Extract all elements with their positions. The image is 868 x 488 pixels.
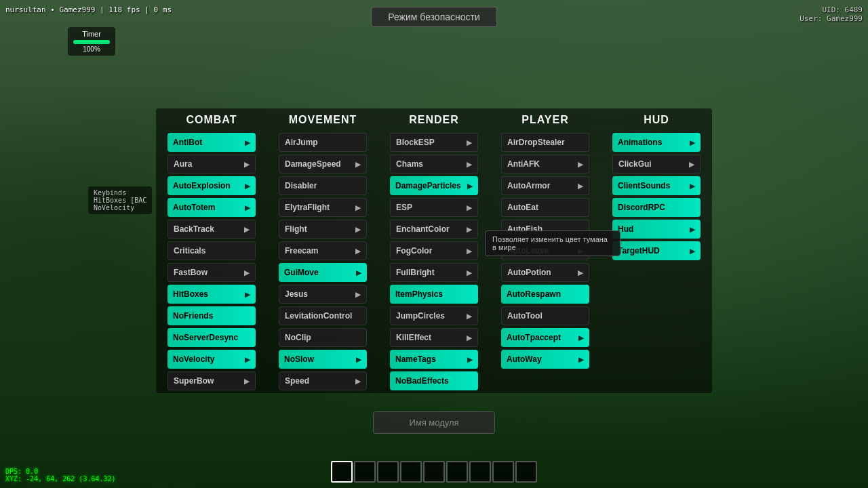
timer-bar-background bbox=[73, 40, 110, 44]
main-menu: COMBAT AntiBot▶ Aura▶ AutoExplosion▶ Aut… bbox=[156, 108, 712, 399]
module-killeffect[interactable]: KillEffect▶ bbox=[390, 328, 478, 347]
module-levitationcontrol[interactable]: LevitationControl▶ bbox=[279, 306, 367, 325]
module-autotpaccept[interactable]: AutoTpaccept▶ bbox=[501, 328, 589, 347]
combat-title: COMBAT bbox=[186, 114, 237, 126]
fogcolor-tooltip: Позволяет изменить цвет тумана в мире bbox=[485, 230, 620, 256]
movement-title: MOVEMENT bbox=[289, 114, 357, 126]
module-antibot[interactable]: AntiBot▶ bbox=[167, 133, 256, 152]
server-info: nursultan • Gamez999 | 118 fps | 0 ms bbox=[5, 5, 172, 14]
module-autoexplosion[interactable]: AutoExplosion▶ bbox=[167, 176, 256, 195]
module-airjump[interactable]: AirJump▶ bbox=[279, 133, 367, 152]
module-autotool[interactable]: AutoTool▶ bbox=[501, 306, 589, 325]
topbar: nursultan • Gamez999 | 118 fps | 0 ms bbox=[5, 5, 172, 14]
timer-label: Timer bbox=[73, 30, 110, 38]
movement-column: MOVEMENT AirJump▶ DamageSpeed▶ Disabler▶… bbox=[267, 108, 378, 399]
module-criticals[interactable]: Criticals▶ bbox=[167, 241, 256, 260]
hotbar-slot-5[interactable] bbox=[423, 461, 445, 483]
module-hitboxes[interactable]: HitBoxes▶ bbox=[167, 285, 256, 304]
module-airdropstealer[interactable]: AirDropStealer▶ bbox=[501, 133, 589, 152]
module-esp[interactable]: ESP▶ bbox=[390, 198, 478, 217]
hotbar-slot-6[interactable] bbox=[446, 461, 468, 483]
keybind-item-2: NoVelocity bbox=[94, 204, 146, 211]
module-disabler[interactable]: Disabler▶ bbox=[279, 176, 367, 195]
xyz-label: XYZ: -24, 64, 262 (3.64.32) bbox=[5, 475, 116, 483]
module-aura[interactable]: Aura▶ bbox=[167, 155, 256, 174]
module-noslow[interactable]: NoSlow▶ bbox=[279, 350, 367, 369]
module-antiafk[interactable]: AntiAFK▶ bbox=[501, 155, 589, 174]
module-backtrack[interactable]: BackTrack▶ bbox=[167, 220, 256, 239]
hotbar-slot-8[interactable] bbox=[492, 461, 514, 483]
hud-title: HUD bbox=[644, 114, 669, 126]
hotbar-slot-2[interactable] bbox=[354, 461, 376, 483]
module-clickgui[interactable]: ClickGui▶ bbox=[612, 155, 701, 174]
module-autototem[interactable]: AutoTotem▶ bbox=[167, 198, 256, 217]
module-damageparticles[interactable]: DamageParticles▶ bbox=[390, 176, 478, 195]
hotbar bbox=[331, 461, 537, 483]
combat-column: COMBAT AntiBot▶ Aura▶ AutoExplosion▶ Aut… bbox=[156, 108, 267, 399]
timer-bar-fill bbox=[73, 40, 110, 44]
keybind-item-1: HitBoxes [BAC bbox=[94, 197, 146, 204]
hotbar-slot-9[interactable] bbox=[515, 461, 537, 483]
render-column: RENDER BlockESP▶ Chams▶ DamageParticles▶… bbox=[378, 108, 490, 399]
module-jesus[interactable]: Jesus▶ bbox=[279, 285, 367, 304]
hotbar-slot-4[interactable] bbox=[400, 461, 422, 483]
keybinds-title: Keybinds bbox=[94, 189, 146, 197]
module-enchantcolor[interactable]: EnchantColor▶ bbox=[390, 220, 478, 239]
module-fullbright[interactable]: FullBright▶ bbox=[390, 263, 478, 282]
module-fogcolor[interactable]: FogColor▶ bbox=[390, 241, 478, 260]
uid-info: UID: 6489 User: Gamez999 bbox=[800, 5, 863, 23]
module-novelocity[interactable]: NoVelocity▶ bbox=[167, 350, 256, 369]
uid-label: UID: 6489 bbox=[800, 5, 863, 14]
timer-value: 100% bbox=[73, 45, 110, 53]
module-jumpcircles[interactable]: JumpCircles▶ bbox=[390, 306, 478, 325]
module-animations[interactable]: Animations▶ bbox=[612, 133, 701, 152]
module-chams[interactable]: Chams▶ bbox=[390, 155, 478, 174]
module-hud[interactable]: Hud▶ bbox=[612, 220, 701, 239]
module-clientsounds[interactable]: ClientSounds▶ bbox=[612, 176, 701, 195]
module-nametags[interactable]: NameTags▶ bbox=[390, 350, 478, 369]
module-noclip[interactable]: NoClip▶ bbox=[279, 328, 367, 347]
module-autoarmor[interactable]: AutoArmor▶ bbox=[501, 176, 589, 195]
module-autoeat[interactable]: AutoEat▶ bbox=[501, 198, 589, 217]
module-elytraflight[interactable]: ElytraFlight▶ bbox=[279, 198, 367, 217]
module-freecam[interactable]: Freecam▶ bbox=[279, 241, 367, 260]
render-title: RENDER bbox=[409, 114, 459, 126]
module-nobadeffects[interactable]: NoBadEffects▶ bbox=[390, 371, 478, 390]
bottom-left-info: DPS: 0.0 XYZ: -24, 64, 262 (3.64.32) bbox=[5, 468, 116, 483]
module-itemphysics[interactable]: ItemPhysics▶ bbox=[390, 285, 478, 304]
hotbar-slot-1[interactable] bbox=[331, 461, 353, 483]
module-speed[interactable]: Speed▶ bbox=[279, 371, 367, 390]
module-nofriends[interactable]: NoFriends▶ bbox=[167, 306, 256, 325]
module-guimove[interactable]: GuiMove▶ bbox=[279, 263, 367, 282]
hotbar-slot-3[interactable] bbox=[377, 461, 399, 483]
module-fastbow[interactable]: FastBow▶ bbox=[167, 263, 256, 282]
player-title: PLAYER bbox=[521, 114, 568, 126]
timer-widget: Timer 100% bbox=[68, 27, 115, 56]
module-damagespeed[interactable]: DamageSpeed▶ bbox=[279, 155, 367, 174]
module-targethud[interactable]: TargetHUD▶ bbox=[612, 241, 701, 260]
module-autoway[interactable]: AutoWay▶ bbox=[501, 350, 589, 369]
module-autorespawn[interactable]: AutoRespawn▶ bbox=[501, 285, 589, 304]
user-label: User: Gamez999 bbox=[800, 14, 863, 23]
module-noserverdesync[interactable]: NoServerDesync▶ bbox=[167, 328, 256, 347]
module-superbow[interactable]: SuperBow▶ bbox=[167, 371, 256, 390]
module-discordrpc[interactable]: DiscordRPC▶ bbox=[612, 198, 701, 217]
module-autopotion[interactable]: AutoPotion▶ bbox=[501, 263, 589, 282]
safety-mode-button[interactable]: Режим безопасности bbox=[371, 7, 497, 27]
module-blockesp[interactable]: BlockESP▶ bbox=[390, 133, 478, 152]
hotbar-slot-7[interactable] bbox=[469, 461, 491, 483]
module-name-input[interactable]: Имя модуля bbox=[373, 411, 495, 434]
dps-label: DPS: 0.0 bbox=[5, 468, 116, 475]
module-flight[interactable]: Flight▶ bbox=[279, 220, 367, 239]
keybinds-widget: Keybinds HitBoxes [BAC NoVelocity bbox=[88, 186, 152, 214]
